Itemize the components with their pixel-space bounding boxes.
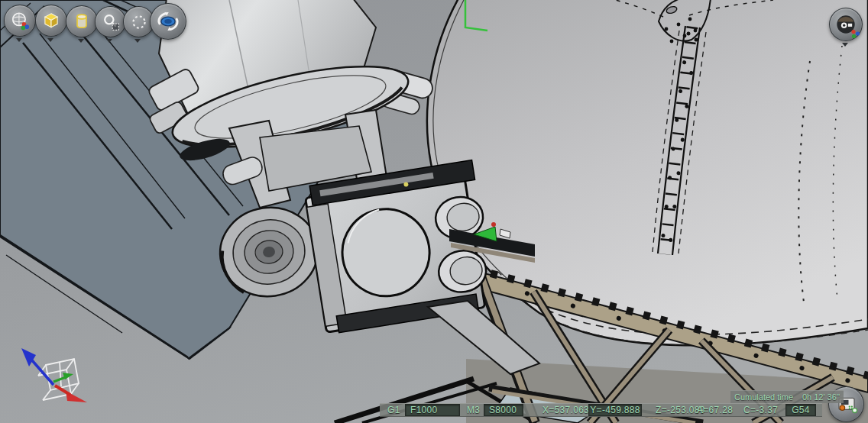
cumulated-time-value: 0h 12' 36'' <box>802 392 840 402</box>
work-offset: G54 <box>785 404 816 416</box>
zoom-button[interactable] <box>95 6 126 37</box>
c-position: C=-3.37 <box>743 403 778 417</box>
stock-cylinder-icon <box>72 11 92 31</box>
lamp-icon <box>852 408 857 412</box>
view-orientation-dropdown-arrow[interactable] <box>16 38 22 42</box>
cumulated-time-label: Cumulated time <box>734 392 793 402</box>
view-orientation-button[interactable] <box>4 5 36 37</box>
rotate-view-icon <box>156 9 180 34</box>
stock-view-dropdown-arrow[interactable] <box>78 39 84 43</box>
x-position: X=537.063 <box>542 403 589 417</box>
feed-rate-value: F1000 <box>405 404 460 416</box>
spindle-mode: M3 <box>467 403 480 417</box>
camera-views-dropdown-arrow[interactable] <box>842 43 848 47</box>
cumulated-time-bar: Cumulated time 0h 12' 36'' <box>730 390 844 403</box>
view-orientation-icon <box>10 11 30 31</box>
zoom-icon <box>101 12 121 32</box>
rotate-view-button[interactable] <box>150 3 186 40</box>
y-position: Y=-459.888 <box>588 404 642 416</box>
rgb-axes-badge <box>850 29 860 39</box>
stock-view-button[interactable] <box>66 5 98 37</box>
solid-view-dropdown-arrow[interactable] <box>47 38 53 42</box>
solid-cube-icon <box>41 11 61 31</box>
selection-dropdown-arrow[interactable] <box>134 39 141 43</box>
viewport-3d-scene[interactable] <box>0 0 868 423</box>
solid-view-button[interactable] <box>35 5 67 37</box>
camera-views-button[interactable] <box>829 8 863 41</box>
nc-status-bar: G1 F1000 M3 S8000 X=537.063 Y=-459.888 Z… <box>380 403 822 417</box>
spindle-speed-value: S8000 <box>484 404 523 416</box>
a-position: A=67.28 <box>697 403 733 417</box>
gcode-mode: G1 <box>387 403 400 417</box>
selection-lasso-icon <box>129 12 149 32</box>
zoom-dropdown-arrow[interactable] <box>106 39 112 43</box>
